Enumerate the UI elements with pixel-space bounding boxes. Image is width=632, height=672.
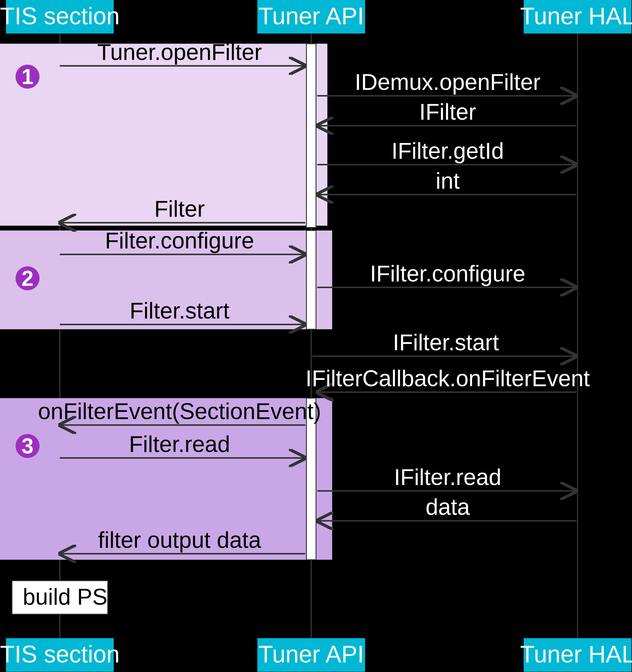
label-filter-output: filter output data (98, 527, 261, 553)
label-int: int (436, 168, 460, 193)
label-filter-return: Filter (154, 196, 205, 221)
step-num-3: 3 (22, 434, 33, 458)
label-data: data (426, 494, 470, 520)
label-filter-start: Filter.start (130, 298, 229, 323)
step-num-1: 1 (22, 65, 33, 89)
label-filter-configure: Filter.configure (105, 228, 254, 253)
label-ifilter-read: IFilter.read (394, 464, 502, 490)
label-onfilterevent: onFilterEvent(SectionEvent) (38, 399, 321, 424)
lane-label-tis-bottom: TIS section (0, 641, 120, 668)
label-filter-read: Filter.read (129, 431, 230, 457)
label-ifilter: IFilter (419, 99, 476, 124)
activation-api-2 (307, 231, 316, 329)
label-idemux-openfilter: IDemux.openFilter (355, 69, 541, 95)
label-ifilter-start: IFilter.start (393, 330, 499, 355)
lane-label-api-top: Tuner API (258, 3, 364, 29)
step-num-2: 2 (22, 266, 33, 290)
sequence-diagram: 1 2 3 TIS section Tuner API Tuner HAL Tu… (0, 0, 632, 672)
lane-label-hal-bottom: Tuner HAL (520, 641, 632, 668)
label-ifilter-getid: IFilter.getId (391, 138, 504, 164)
lane-label-api-bottom: Tuner API (258, 641, 364, 668)
label-ifilter-configure: IFilter.configure (370, 261, 525, 286)
lane-label-hal-top: Tuner HAL (520, 3, 632, 29)
lane-label-tis-top: TIS section (0, 3, 120, 29)
label-onfilterevent-hal: IFilterCallback.onFilterEvent (306, 366, 590, 391)
label-open-filter: Tuner.openFilter (97, 39, 262, 65)
note-build-psi-label: build PSI (23, 584, 114, 609)
activation-api-1 (307, 44, 316, 227)
